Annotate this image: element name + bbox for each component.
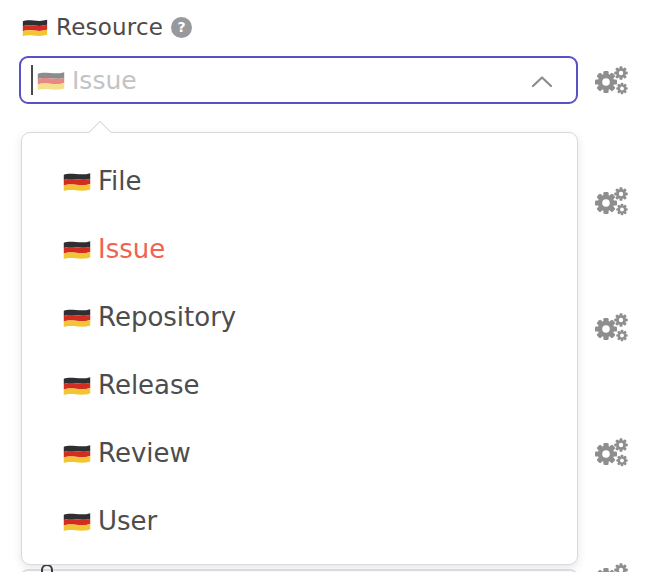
next-field-partial-glyph — [41, 564, 53, 572]
germany-flag-icon — [63, 374, 91, 396]
germany-flag-icon — [22, 17, 48, 37]
field-settings-button[interactable] — [593, 186, 630, 217]
dropdown-option-file[interactable]: File — [22, 147, 577, 215]
dropdown-menu: File Issue Repository Release Review Use… — [21, 132, 578, 565]
resource-combobox[interactable]: Issue — [19, 56, 578, 104]
field-label: Resource — [56, 14, 163, 40]
field-settings-button[interactable] — [593, 65, 630, 96]
dropdown-option-release[interactable]: Release — [22, 351, 577, 419]
gears-icon — [593, 65, 630, 96]
germany-flag-icon — [63, 306, 91, 328]
option-label: Review — [98, 438, 191, 468]
dropdown-option-repository[interactable]: Repository — [22, 283, 577, 351]
gears-icon — [593, 312, 630, 343]
germany-flag-icon — [63, 170, 91, 192]
chevron-up-icon[interactable] — [530, 75, 554, 88]
dropdown-option-review[interactable]: Review — [22, 419, 577, 487]
dropdown-option-issue[interactable]: Issue — [22, 215, 577, 283]
germany-flag-icon — [63, 510, 91, 532]
option-label: Issue — [98, 234, 165, 264]
germany-flag-icon — [63, 442, 91, 464]
form-screen: Resource ? Issue File Issue Repository — [0, 0, 650, 572]
gears-icon — [593, 562, 630, 572]
gears-icon — [593, 186, 630, 217]
option-label: Repository — [98, 302, 236, 332]
germany-flag-icon — [63, 238, 91, 260]
field-settings-button[interactable] — [593, 562, 630, 572]
combobox-placeholder: Issue — [72, 66, 137, 95]
field-label-row: Resource ? — [22, 14, 192, 40]
gears-icon — [593, 437, 630, 468]
germany-flag-icon — [37, 69, 65, 91]
help-icon[interactable]: ? — [171, 17, 192, 38]
text-caret — [31, 65, 33, 95]
field-settings-button[interactable] — [593, 312, 630, 343]
dropdown-option-user[interactable]: User — [22, 487, 577, 555]
option-label: User — [98, 506, 157, 536]
option-label: Release — [98, 370, 200, 400]
field-settings-button[interactable] — [593, 437, 630, 468]
option-label: File — [98, 166, 142, 196]
